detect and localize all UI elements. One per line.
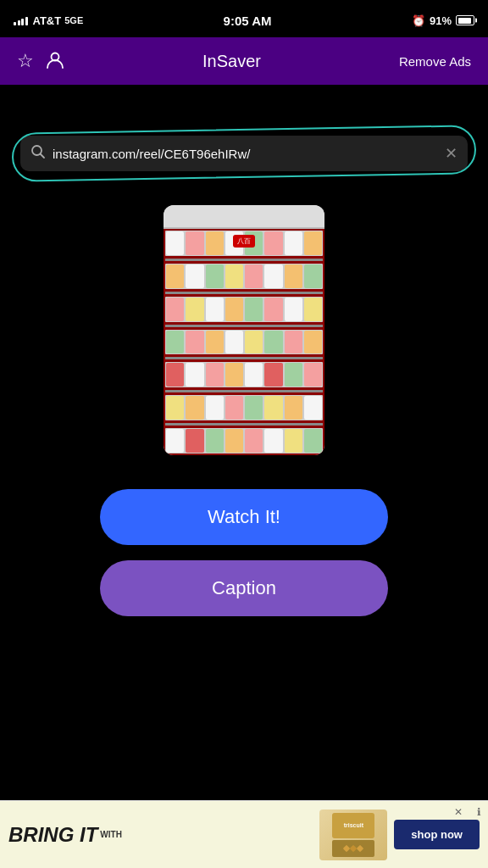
status-left: AT&T 5GE (14, 14, 83, 27)
search-container: ✕ (20, 136, 468, 171)
caption-button[interactable]: Caption (100, 560, 388, 616)
status-bar: AT&T 5GE 9:05 AM ⏰ 91% (0, 0, 488, 37)
star-icon[interactable]: ☆ (17, 50, 34, 72)
signal-bars (14, 15, 28, 25)
video-thumbnail: 八百 (164, 205, 324, 455)
remove-ads-button[interactable]: Remove Ads (399, 54, 471, 69)
status-right: ⏰ 91% (412, 14, 474, 27)
carrier-label: AT&T (33, 14, 62, 27)
user-icon[interactable] (46, 50, 64, 73)
svg-line-2 (41, 154, 45, 159)
shelf-section (164, 229, 324, 455)
shelf-header (164, 205, 324, 229)
main-content: ✕ 八百 (0, 85, 488, 633)
battery-icon (456, 15, 474, 25)
ad-close-button[interactable]: ✕ (454, 806, 463, 818)
ad-headline: BRING IT (8, 823, 97, 847)
cracker-box: triscuit (332, 813, 374, 857)
ad-banner: BRING IT WITH triscuit shop now ✕ ℹ (0, 800, 488, 868)
battery-percent: 91% (430, 14, 452, 27)
clear-search-icon[interactable]: ✕ (445, 144, 458, 163)
url-search-input[interactable] (53, 147, 438, 161)
time-label: 9:05 AM (224, 14, 272, 28)
ad-shop-button[interactable]: shop now (394, 820, 480, 849)
app-title: InSaver (202, 52, 261, 71)
search-bar: ✕ (20, 136, 468, 171)
ad-info-button[interactable]: ℹ (477, 806, 481, 818)
network-label: 5GE (64, 15, 83, 25)
ad-text-block: BRING IT WITH (8, 823, 313, 847)
top-nav: ☆ InSaver Remove Ads (0, 37, 488, 85)
ad-product-image: triscuit (319, 810, 387, 860)
watch-it-button[interactable]: Watch It! (100, 489, 388, 545)
search-icon (30, 144, 46, 163)
product-label: triscuit (332, 813, 374, 838)
alarm-icon: ⏰ (412, 14, 425, 27)
price-tag: 八百 (233, 235, 255, 248)
ad-subtext: WITH (100, 830, 122, 839)
